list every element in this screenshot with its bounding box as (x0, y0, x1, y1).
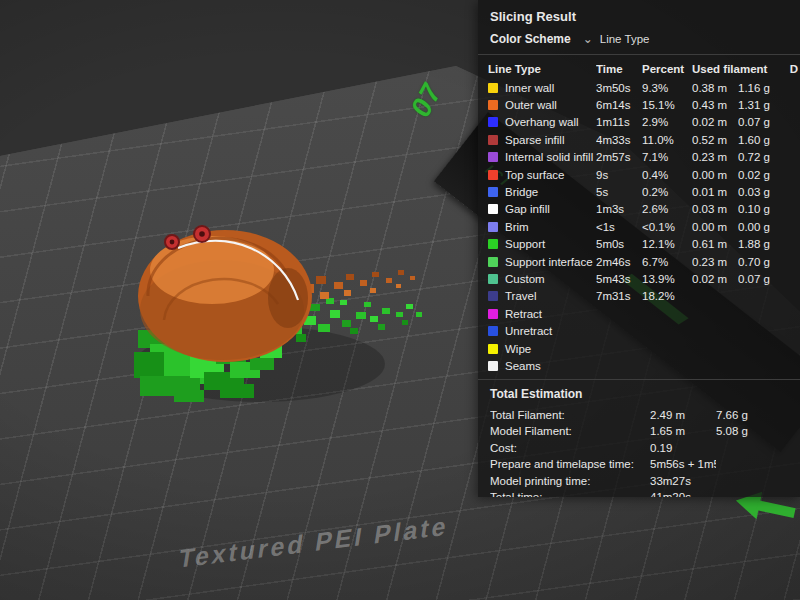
model-shell (138, 226, 312, 362)
total-label: Model printing time: (490, 474, 650, 489)
total-value-2: 7.66 g (716, 408, 800, 423)
length-cell: 0.02 m (692, 273, 738, 285)
total-estimation-rows: Total Filament:2.49 m7.66 gModel Filamen… (478, 407, 800, 497)
weight-cell: 0.02 g (738, 169, 780, 181)
time-cell: 5m0s (596, 238, 642, 250)
line-type-name: Bridge (488, 186, 596, 198)
line-type-row[interactable]: Top surface9s0.4%0.00 m0.02 g (478, 166, 800, 183)
line-type-row[interactable]: Unretract (478, 322, 800, 339)
total-label: Cost: (490, 441, 650, 456)
color-scheme-select[interactable]: ⌄ Line Type (583, 33, 650, 45)
line-type-name: Brim (488, 221, 596, 233)
weight-cell: 0.10 g (738, 203, 780, 215)
line-type-row[interactable]: Support5m0s12.1%0.61 m1.88 g (478, 236, 800, 253)
header-display: D (780, 63, 800, 75)
color-scheme-value: Line Type (600, 33, 650, 45)
model-voxel-trail (302, 270, 415, 299)
time-cell: 9s (596, 169, 642, 181)
line-type-swatch (488, 257, 498, 267)
header-used-filament: Used filament (692, 63, 780, 75)
line-type-row[interactable]: Support interface2m46s6.7%0.23 m0.70 g (478, 253, 800, 270)
time-cell: 2m46s (596, 256, 642, 268)
total-label: Prepare and timelapse time: (490, 457, 650, 472)
line-type-swatch (488, 117, 498, 127)
length-cell: 0.61 m (692, 238, 738, 250)
line-type-name: Top surface (488, 169, 596, 181)
line-type-row[interactable]: Internal solid infill2m57s7.1%0.23 m0.72… (478, 149, 800, 166)
slicing-result-panel: Slicing Result Color Scheme ⌄ Line Type … (478, 0, 800, 497)
total-row: Total Filament:2.49 m7.66 g (478, 407, 800, 424)
total-value-1: 33m27s (650, 474, 716, 489)
length-cell: 0.03 m (692, 203, 738, 215)
line-type-row[interactable]: Gap infill1m3s2.6%0.03 m0.10 g (478, 201, 800, 218)
weight-cell: 1.88 g (738, 238, 780, 250)
length-cell: 0.43 m (692, 99, 738, 111)
time-cell: 1m11s (596, 116, 642, 128)
total-row: Cost:0.19 (478, 440, 800, 457)
time-cell: 6m14s (596, 99, 642, 111)
line-type-swatch (488, 344, 498, 354)
length-cell: 0.00 m (692, 169, 738, 181)
line-type-row[interactable]: Outer wall6m14s15.1%0.43 m1.31 g (478, 96, 800, 113)
percent-cell: 6.7% (642, 256, 692, 268)
line-type-rows: Inner wall3m50s9.3%0.38 m1.16 gOuter wal… (478, 79, 800, 375)
line-type-swatch (488, 361, 498, 371)
percent-cell: 15.1% (642, 99, 692, 111)
color-scheme-label: Color Scheme (490, 32, 571, 46)
total-row: Model Filament:1.65 m5.08 g (478, 423, 800, 440)
total-value-2 (716, 474, 800, 489)
header-percent: Percent (642, 63, 692, 75)
total-value-2: 5.08 g (716, 424, 800, 439)
header-line-type: Line Type (488, 63, 596, 75)
percent-cell: 9.3% (642, 82, 692, 94)
line-type-row[interactable]: Custom5m43s13.9%0.02 m0.07 g (478, 270, 800, 287)
line-type-name: Seams (488, 360, 596, 372)
time-cell: <1s (596, 221, 642, 233)
total-value-1: 5m56s + 1m56s (650, 457, 716, 472)
line-type-name: Support (488, 238, 596, 250)
line-type-name: Inner wall (488, 82, 596, 94)
line-type-row[interactable]: Retract (478, 305, 800, 322)
line-type-row[interactable]: Inner wall3m50s9.3%0.38 m1.16 g (478, 79, 800, 96)
total-value-1: 41m20s (650, 490, 716, 497)
line-type-name: Retract (488, 308, 596, 320)
line-type-row[interactable]: Bridge5s0.2%0.01 m0.03 g (478, 183, 800, 200)
length-cell: 0.38 m (692, 82, 738, 94)
total-value-1: 1.65 m (650, 424, 716, 439)
percent-cell: 7.1% (642, 151, 692, 163)
total-row: Prepare and timelapse time:5m56s + 1m56s (478, 456, 800, 473)
line-type-name: Gap infill (488, 203, 596, 215)
line-type-swatch (488, 83, 498, 93)
total-estimation-title: Total Estimation (478, 379, 800, 407)
line-type-name: Overhang wall (488, 116, 596, 128)
total-value-1: 0.19 (650, 441, 716, 456)
percent-cell: 0.2% (642, 186, 692, 198)
line-type-row[interactable]: Overhang wall1m11s2.9%0.02 m0.07 g (478, 114, 800, 131)
total-value-1: 2.49 m (650, 408, 716, 423)
line-type-name: Internal solid infill (488, 151, 596, 163)
weight-cell: 1.60 g (738, 134, 780, 146)
time-cell: 7m31s (596, 290, 642, 302)
line-type-row[interactable]: Wipe (478, 340, 800, 357)
total-value-2 (716, 457, 800, 472)
line-type-swatch (488, 326, 498, 336)
line-type-name: Wipe (488, 343, 596, 355)
line-type-swatch (488, 100, 498, 110)
length-cell: 0.00 m (692, 221, 738, 233)
percent-cell: 2.6% (642, 203, 692, 215)
line-type-row[interactable]: Travel7m31s18.2% (478, 288, 800, 305)
sliced-model[interactable] (120, 212, 460, 442)
chevron-down-icon: ⌄ (583, 35, 593, 43)
time-cell: 1m3s (596, 203, 642, 215)
length-cell: 0.52 m (692, 134, 738, 146)
line-type-swatch (488, 135, 498, 145)
line-type-name: Unretract (488, 325, 596, 337)
line-type-row[interactable]: Brim<1s<0.1%0.00 m0.00 g (478, 218, 800, 235)
percent-cell: 0.4% (642, 169, 692, 181)
total-row: Model printing time:33m27s (478, 473, 800, 490)
time-cell: 2m57s (596, 151, 642, 163)
line-type-row[interactable]: Seams (478, 357, 800, 374)
time-cell: 3m50s (596, 82, 642, 94)
line-type-name: Support interface (488, 256, 596, 268)
line-type-row[interactable]: Sparse infill4m33s11.0%0.52 m1.60 g (478, 131, 800, 148)
